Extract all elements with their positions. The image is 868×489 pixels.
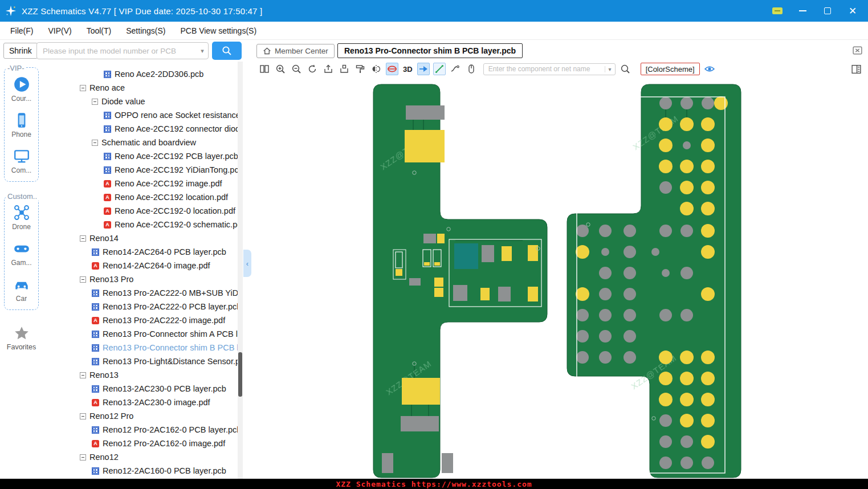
vip-badge-icon[interactable] bbox=[771, 5, 784, 17]
menu-vip[interactable]: VIP(V) bbox=[48, 26, 71, 35]
tree-item-label: Reno14 bbox=[89, 234, 119, 243]
menu-pcb-view-settings[interactable]: PCB View settings(S) bbox=[180, 26, 256, 35]
collapse-icon[interactable] bbox=[92, 140, 98, 146]
collapse-icon[interactable] bbox=[80, 85, 86, 91]
sidebar-item-game[interactable]: Gam... bbox=[5, 240, 38, 267]
net-search-icon[interactable] bbox=[619, 63, 631, 75]
pcb-viewer: 3D ▾ [ColorScheme] bbox=[255, 62, 868, 479]
tree-item[interactable]: Reno13-2AC230-0 PCB layer.pcb bbox=[43, 382, 238, 396]
pcb-pad bbox=[680, 372, 694, 385]
tree-item[interactable]: Reno13 Pro bbox=[43, 272, 238, 286]
tree-item[interactable]: Reno13 Pro-Connector shim B PCB layer.pc… bbox=[43, 341, 238, 354]
search-button[interactable] bbox=[212, 42, 242, 60]
tree-item[interactable]: Reno Ace-2CC192 YiDianTong.pcb bbox=[43, 163, 238, 177]
member-center-button[interactable]: Member Center bbox=[256, 44, 335, 58]
pcb-pad bbox=[659, 160, 673, 173]
menu-tool[interactable]: Tool(T) bbox=[87, 26, 112, 35]
sidebar-item-course[interactable]: Cour... bbox=[5, 76, 38, 103]
active-document-tab[interactable]: Reno13 Pro-Connector shim B PCB layer.pc… bbox=[337, 43, 523, 58]
minimize-button[interactable] bbox=[796, 5, 809, 17]
tree-item[interactable]: AReno Ace-2CC192 image.pdf bbox=[43, 177, 238, 190]
tree-item[interactable]: Schematic and boardview bbox=[43, 136, 238, 149]
tree-item[interactable]: Reno13 Pro-Light&Distance Sensor.pcb bbox=[43, 354, 238, 368]
parts-list-panel-icon[interactable] bbox=[850, 63, 862, 75]
zoom-in-icon[interactable] bbox=[274, 63, 287, 75]
cursor-mouse-icon[interactable] bbox=[465, 63, 478, 75]
export-board-icon[interactable] bbox=[322, 63, 335, 75]
sidebar-item-car[interactable]: Car bbox=[5, 276, 38, 303]
tree-item[interactable]: Reno12 bbox=[43, 450, 238, 464]
export-image-icon[interactable] bbox=[338, 63, 351, 75]
pcb-pad bbox=[680, 309, 693, 321]
tree-item[interactable]: AReno14-2AC264-0 image.pdf bbox=[43, 259, 238, 272]
collapse-icon[interactable] bbox=[92, 99, 98, 105]
tree-item[interactable]: Reno14-2AC264-0 PCB layer.pcb bbox=[43, 245, 238, 259]
tree-item[interactable]: Reno12-2AC160-0 PCB layer.pcb bbox=[43, 464, 238, 478]
tree-item[interactable]: Reno13 bbox=[43, 368, 238, 382]
app-logo-icon bbox=[0, 5, 22, 17]
sidebar-item-computer[interactable]: Com... bbox=[5, 148, 38, 174]
menu-file[interactable]: File(F) bbox=[10, 26, 33, 35]
tree-item[interactable]: Reno Ace2-2DD306.pcb bbox=[43, 67, 238, 81]
split-view-icon[interactable] bbox=[258, 63, 271, 75]
tree-item-label: Reno13-2AC230-0 image.pdf bbox=[103, 398, 210, 407]
view-3d-button[interactable]: 3D bbox=[402, 63, 414, 75]
tree-item-label: Reno13 Pro-Connector shim A PCB layer.pc… bbox=[103, 329, 238, 339]
collapse-icon[interactable] bbox=[80, 276, 86, 283]
chevron-down-icon[interactable]: ▾ bbox=[197, 47, 208, 55]
measure-icon[interactable] bbox=[433, 63, 446, 75]
close-button[interactable]: ✕ bbox=[846, 5, 859, 17]
net-search-input[interactable] bbox=[484, 65, 605, 73]
favorites-button[interactable]: Favorites bbox=[0, 325, 43, 351]
pcb-canvas[interactable]: XZZ@TEAM XZZ@TEAM XZZ@TEAM XZZ@TEAM bbox=[255, 76, 868, 479]
scrollbar-thumb[interactable] bbox=[238, 352, 242, 397]
collapse-panel-handle[interactable]: ‹ bbox=[243, 250, 251, 277]
tree-item[interactable]: Reno Ace-2CC192 PCB layer.pcb bbox=[43, 149, 238, 163]
tree-item[interactable]: AReno Ace-2CC192 location.pdf bbox=[43, 190, 238, 204]
diode-mode-icon[interactable] bbox=[386, 63, 398, 75]
curve-pen-icon[interactable] bbox=[449, 63, 462, 75]
pcb-board-right[interactable] bbox=[567, 84, 741, 478]
tree-item[interactable]: Reno13 Pro-2AC222-0 MB+SUB YiDianTong.pc… bbox=[43, 286, 238, 300]
tree-item[interactable]: AReno Ace-2CC192-0 location.pdf bbox=[43, 204, 238, 218]
tree-item[interactable]: Reno Ace-2CC192 connector diode bbox=[43, 122, 238, 136]
tree-item[interactable]: Reno13 Pro-2AC222-0 PCB layer.pcb bbox=[43, 300, 238, 313]
tree-item[interactable]: AReno13-2AC230-0 image.pdf bbox=[43, 396, 238, 409]
next-point-icon[interactable] bbox=[417, 63, 430, 75]
tree-item[interactable]: Reno13 Pro-Connector shim A PCB layer.pc… bbox=[43, 327, 238, 341]
menu-settings[interactable]: Settings(S) bbox=[126, 26, 165, 35]
close-panel-icon[interactable] bbox=[851, 44, 863, 56]
colorscheme-button[interactable]: [ColorScheme] bbox=[641, 63, 700, 75]
zoom-out-icon[interactable] bbox=[290, 63, 303, 75]
model-search-input[interactable] bbox=[37, 47, 197, 55]
collapse-icon[interactable] bbox=[80, 454, 86, 461]
net-search-box: ▾ bbox=[483, 63, 616, 75]
tree-item[interactable]: AReno Ace-2CC192-0 schematic.pdf bbox=[43, 218, 238, 231]
tree-item[interactable]: Reno12 Pro bbox=[43, 409, 238, 423]
chevron-down-icon[interactable]: ▾ bbox=[605, 66, 615, 72]
tree-item[interactable]: Reno12 Pro-2AC162-0 PCB layer.pcb bbox=[43, 423, 238, 437]
sidebar-item-phone[interactable]: Phone bbox=[5, 112, 38, 138]
tree-item[interactable]: Diode value bbox=[43, 95, 238, 108]
paint-roller-icon[interactable] bbox=[354, 63, 366, 75]
tree-item[interactable]: Reno14 bbox=[43, 231, 238, 245]
mirror-flip-icon[interactable] bbox=[370, 63, 382, 75]
tree-item[interactable]: OPPO reno ace Socket resistance bbox=[43, 108, 238, 122]
rotate-icon[interactable] bbox=[306, 63, 319, 75]
collapse-icon[interactable] bbox=[80, 235, 86, 242]
shrink-button[interactable]: Shrink bbox=[3, 43, 38, 59]
collapse-icon[interactable] bbox=[80, 413, 86, 419]
tree-scrollbar[interactable] bbox=[238, 62, 243, 479]
tree-item[interactable]: Reno ace bbox=[43, 81, 238, 95]
pcb-pad bbox=[659, 351, 673, 364]
pcb-canvas-area: XZZ@TEAM XZZ@TEAM XZZ@TEAM XZZ@TEAM bbox=[255, 76, 868, 479]
tree-item[interactable]: AReno13 Pro-2AC222-0 image.pdf bbox=[43, 313, 238, 327]
visibility-eye-icon[interactable] bbox=[703, 63, 716, 75]
maximize-button[interactable] bbox=[821, 5, 834, 17]
sidebar-item-drone[interactable]: Drone bbox=[5, 204, 38, 231]
collapse-icon[interactable] bbox=[80, 372, 86, 378]
pcb-board-left[interactable] bbox=[373, 84, 547, 478]
tree-item[interactable]: AReno12 Pro-2AC162-0 image.pdf bbox=[43, 437, 238, 450]
pdf-file-icon: A bbox=[92, 440, 99, 447]
file-tree[interactable]: Reno Ace2-2DD306.pcbReno aceDiode valueO… bbox=[43, 62, 238, 479]
